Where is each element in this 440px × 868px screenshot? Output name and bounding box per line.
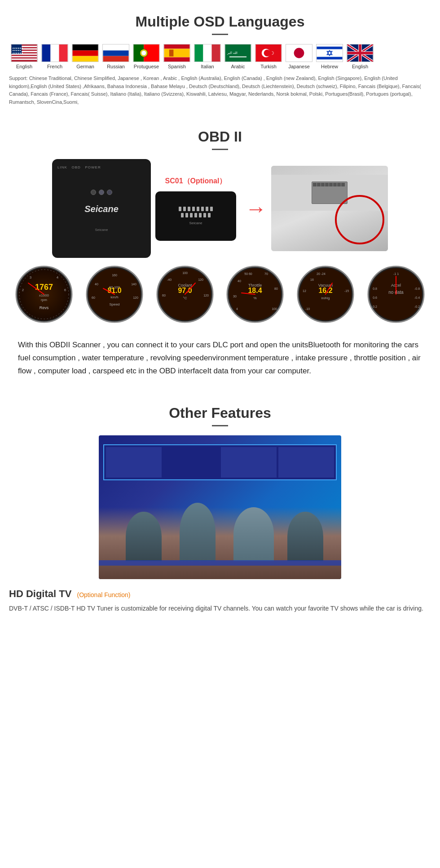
svg-text:120: 120 bbox=[133, 296, 138, 299]
svg-text:81.0: 81.0 bbox=[107, 287, 121, 294]
svg-rect-24 bbox=[164, 44, 190, 49]
flag-sa: الله اكبر bbox=[224, 44, 251, 62]
svg-text:0.8: 0.8 bbox=[373, 287, 377, 290]
obd-connector: Seicane bbox=[155, 191, 236, 241]
lang-item-french: French bbox=[40, 44, 70, 69]
lang-label-turkish: Turkish bbox=[260, 64, 277, 69]
lang-label-arabic: Arabic bbox=[231, 64, 245, 69]
obd-device: LINK OBD POWER Seicane Seicane bbox=[52, 159, 151, 258]
svg-text:in/Hg: in/Hg bbox=[321, 296, 330, 300]
svg-text:0.6: 0.6 bbox=[373, 296, 377, 299]
svg-text:-0.8: -0.8 bbox=[414, 287, 420, 290]
svg-text:60: 60 bbox=[162, 294, 166, 297]
obd-seicane-label: Seicane bbox=[84, 204, 119, 214]
lang-label-italian: Italian bbox=[201, 64, 214, 69]
svg-text:Revs: Revs bbox=[40, 306, 49, 310]
svg-rect-19 bbox=[103, 56, 129, 62]
svg-rect-18 bbox=[103, 50, 129, 56]
svg-text:%: % bbox=[254, 296, 257, 300]
osd-title: Multiple OSD Languages bbox=[9, 13, 431, 30]
other-features-section: Other Features HD Digital TV (Optional F… bbox=[0, 396, 440, 622]
svg-text:★★★★★★: ★★★★★★ bbox=[12, 52, 23, 54]
lang-item-hebrew: Hebrew bbox=[314, 44, 345, 69]
svg-text:-0.4: -0.4 bbox=[414, 296, 420, 299]
lang-label-russian: Russian bbox=[107, 64, 125, 69]
port-circle-indicator bbox=[335, 195, 384, 244]
lang-item-italian: Italian bbox=[192, 44, 223, 69]
svg-rect-27 bbox=[169, 49, 174, 56]
gauge-vacuum-svg: Vacuum 16.2 in/Hg 12 -15 20 -24 16 -10 bbox=[296, 265, 355, 323]
obd-divider bbox=[212, 149, 228, 150]
svg-text:★★★★★: ★★★★★ bbox=[12, 49, 22, 52]
svg-text:4: 4 bbox=[236, 307, 238, 310]
svg-text:80: 80 bbox=[274, 287, 278, 290]
obd-seicane-bottom: Seicane bbox=[95, 228, 108, 232]
gauge-throttle-svg: Throttle 18.4 % 30 80 50 60 70 40 4 100 bbox=[226, 265, 284, 323]
gauge-row: 1767 x1000 rpm Revs 2 6 3 4 80 100 81.0 … bbox=[9, 265, 431, 325]
gauge-revs-svg: 1767 x1000 rpm Revs 2 6 3 4 bbox=[15, 265, 73, 323]
lang-label-spanish: Spanish bbox=[168, 64, 186, 69]
svg-text:-1  1: -1 1 bbox=[393, 272, 399, 275]
lang-item-english-us: ★★★★★★ ★★★★★ ★★★★★★ English bbox=[9, 44, 40, 69]
obd-optional-label: SC01（Optional） bbox=[165, 177, 227, 186]
hd-tv-description: DVB-T / ATSC / ISDB-T HD TV Tuner is cus… bbox=[9, 603, 431, 613]
svg-text:-10: -10 bbox=[305, 307, 310, 310]
flag-pt bbox=[133, 44, 160, 62]
svg-text:°C: °C bbox=[183, 296, 187, 300]
svg-point-23 bbox=[141, 50, 146, 55]
lang-label-hebrew: Hebrew bbox=[321, 64, 338, 69]
svg-text:20  -24: 20 -24 bbox=[317, 272, 326, 275]
svg-text:100: 100 bbox=[272, 307, 277, 310]
svg-text:30: 30 bbox=[233, 295, 237, 298]
svg-text:6: 6 bbox=[64, 288, 66, 292]
svg-text:-0.2: -0.2 bbox=[414, 305, 420, 308]
osd-section: Multiple OSD Languages ★★★★★★ ★★★★★ ★★★★… bbox=[0, 0, 440, 120]
obd-port-image bbox=[271, 166, 388, 251]
flag-il bbox=[316, 44, 343, 62]
svg-text:40: 40 bbox=[95, 283, 98, 286]
svg-text:-15: -15 bbox=[344, 289, 349, 292]
svg-text:140: 140 bbox=[131, 283, 136, 286]
gauge-vacuum: Vacuum 16.2 in/Hg 12 -15 20 -24 16 -10 bbox=[296, 265, 355, 325]
gauge-throttle: Throttle 18.4 % 30 80 50 60 70 40 4 100 bbox=[226, 265, 284, 325]
svg-rect-26 bbox=[164, 58, 190, 62]
gauge-accel-svg: Accel no data 0.8 -0.8 -0.4 -0.2 0.6 0.2… bbox=[367, 265, 425, 323]
gauge-revs: 1767 x1000 rpm Revs 2 6 3 4 bbox=[15, 265, 73, 325]
screen-3 bbox=[221, 447, 277, 478]
svg-rect-29 bbox=[203, 44, 212, 62]
person-4 bbox=[287, 512, 323, 561]
gauge-coolant: Coolant 97.0 °C 60 120 100 -40 120 bbox=[156, 265, 214, 325]
svg-rect-30 bbox=[212, 44, 220, 62]
svg-text:70: 70 bbox=[264, 272, 268, 275]
svg-text:12: 12 bbox=[303, 289, 306, 292]
svg-text:18.4: 18.4 bbox=[248, 287, 262, 294]
svg-text:60: 60 bbox=[92, 296, 95, 299]
obd-image-row: LINK OBD POWER Seicane Seicane SC01（Opti… bbox=[9, 159, 431, 258]
flag-it bbox=[194, 44, 221, 62]
svg-rect-12 bbox=[51, 44, 59, 62]
lang-item-arabic: الله اكبر Arabic bbox=[223, 44, 253, 69]
obd-link-label: LINK OBD POWER bbox=[57, 165, 101, 169]
obd-section: OBD II LINK OBD POWER Seicane Seicane SC… bbox=[0, 120, 440, 396]
lang-label-english-us: English bbox=[16, 64, 32, 69]
gauge-accel: Accel no data 0.8 -0.8 -0.4 -0.2 0.6 0.2… bbox=[367, 265, 425, 325]
svg-text:الله اكبر: الله اكبر bbox=[227, 51, 238, 55]
hd-tv-optional: (Optional Function) bbox=[77, 591, 130, 598]
svg-text:Speed: Speed bbox=[109, 302, 119, 306]
flag-fr bbox=[41, 44, 68, 62]
flag-jp bbox=[286, 44, 312, 62]
gauge-speed-svg: 80 100 81.0 km/h Speed 60 140 120 40 160 bbox=[85, 265, 144, 323]
tv-image bbox=[99, 435, 341, 579]
svg-text:120: 120 bbox=[203, 294, 209, 297]
lang-label-english-gb: English bbox=[352, 64, 368, 69]
svg-rect-15 bbox=[73, 50, 98, 56]
svg-text:16.2: 16.2 bbox=[318, 287, 332, 294]
obd-description: With this OBDII Scanner , you can connec… bbox=[9, 334, 431, 391]
svg-rect-11 bbox=[42, 44, 51, 62]
svg-rect-14 bbox=[73, 44, 98, 50]
svg-rect-25 bbox=[164, 49, 190, 58]
flag-de bbox=[72, 44, 99, 62]
svg-text:16: 16 bbox=[310, 278, 314, 281]
lang-item-turkish: ☽ Turkish bbox=[253, 44, 284, 69]
svg-rect-53 bbox=[348, 52, 373, 54]
